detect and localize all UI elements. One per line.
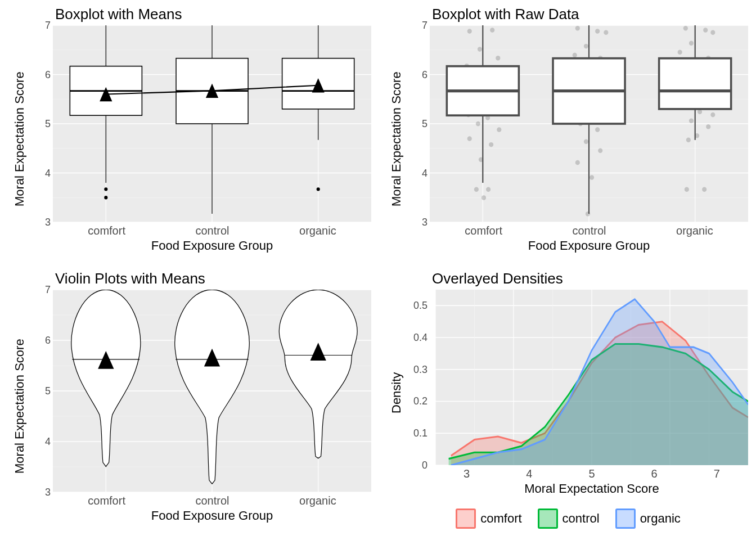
svg-point-39 (467, 29, 472, 33)
svg-point-82 (595, 127, 600, 132)
y-tick: 5 (422, 118, 428, 130)
svg-point-17 (104, 187, 107, 191)
y-tick: 3 (45, 217, 51, 228)
legend-key-icon (615, 508, 636, 529)
legend-key-icon (538, 508, 558, 529)
x-tick: comfort (88, 224, 125, 237)
x-tick: 7 (714, 467, 720, 480)
svg-point-83 (584, 140, 588, 144)
y-axis-label: Moral Expectation Score (11, 25, 30, 253)
y-tick: 7 (45, 284, 51, 296)
svg-point-26 (317, 187, 320, 191)
legend-label: control (562, 511, 600, 526)
svg-point-84 (598, 148, 602, 152)
svg-point-61 (474, 187, 479, 191)
y-tick: 0.4 (413, 332, 428, 344)
svg-point-88 (683, 26, 688, 30)
svg-point-41 (478, 47, 482, 51)
legend-key-icon (456, 508, 476, 529)
y-axis-label: Moral Expectation Score (388, 25, 407, 253)
box-comfort (447, 25, 519, 183)
x-ticks: 3 4 5 6 7 (435, 465, 748, 480)
svg-point-109 (685, 187, 689, 191)
violin-organic (279, 290, 357, 458)
x-tick: control (196, 494, 230, 507)
svg-point-42 (496, 56, 500, 60)
svg-point-90 (710, 30, 715, 34)
legend-label: organic (640, 511, 681, 526)
y-ticks: 3 4 5 6 7 (410, 25, 428, 222)
panel-title: Overlayed Densities (388, 270, 748, 290)
y-tick: 0.1 (413, 428, 428, 439)
x-tick: comfort (88, 494, 125, 507)
panel-title: Violin Plots with Means (11, 270, 371, 290)
y-tick: 0.2 (413, 395, 428, 407)
svg-point-62 (486, 187, 490, 191)
x-tick: organic (299, 224, 336, 237)
svg-point-103 (698, 110, 702, 114)
y-tick: 0.5 (413, 300, 428, 312)
svg-point-40 (490, 28, 494, 32)
y-ticks: 0 0.1 0.2 0.3 0.4 0.5 (410, 290, 428, 465)
svg-point-58 (467, 136, 472, 141)
svg-point-59 (489, 142, 493, 147)
y-tick: 6 (422, 69, 428, 80)
svg-point-66 (604, 30, 608, 34)
x-axis-label: Food Exposure Group (53, 507, 371, 523)
svg-point-68 (573, 53, 577, 57)
svg-point-104 (710, 112, 715, 117)
svg-point-105 (689, 118, 694, 123)
y-tick: 6 (45, 335, 51, 346)
svg-point-56 (476, 122, 480, 126)
y-tick: 4 (422, 167, 428, 179)
plot-area-bl: 3 4 5 6 7 (53, 290, 371, 492)
x-tick: organic (299, 494, 336, 507)
y-axis-label: Density (388, 290, 407, 496)
x-axis-label: Food Exposure Group (53, 237, 371, 253)
x-tick: control (196, 224, 230, 237)
violin-comfort (71, 290, 141, 466)
panel-title: Boxplot with Means (11, 6, 371, 25)
box-control (553, 25, 625, 214)
x-tick: control (573, 224, 606, 237)
svg-point-91 (689, 41, 694, 46)
legend-item-organic: organic (615, 508, 681, 529)
y-tick: 0 (422, 460, 428, 471)
svg-point-110 (702, 187, 706, 191)
panel-violin-means: Violin Plots with Means Moral Expectatio… (11, 270, 371, 523)
x-ticks: comfort control organic (53, 222, 371, 237)
y-tick: 6 (45, 69, 51, 80)
x-tick: 4 (526, 467, 532, 480)
svg-point-67 (584, 44, 588, 48)
svg-point-86 (590, 175, 594, 179)
x-tick: 5 (588, 467, 595, 480)
box-organic (659, 25, 731, 140)
x-ticks: comfort control organic (53, 492, 371, 507)
svg-point-64 (575, 26, 580, 30)
svg-point-106 (706, 124, 710, 129)
x-tick: organic (676, 224, 713, 237)
svg-point-92 (678, 50, 682, 54)
panel-boxplot-rawdata: Boxplot with Raw Data Moral Expectation … (388, 6, 748, 253)
y-axis-label: Moral Expectation Score (11, 290, 30, 523)
y-ticks: 3 4 5 6 7 (33, 290, 51, 492)
svg-point-63 (482, 195, 486, 200)
legend-item-comfort: comfort (456, 508, 521, 529)
panel-densities: Overlayed Densities Density 0 0.1 0.2 0.… (388, 270, 748, 529)
y-tick: 5 (45, 118, 51, 130)
y-tick: 5 (45, 385, 51, 397)
legend: comfort control organic (388, 496, 748, 529)
svg-point-89 (703, 28, 708, 32)
svg-point-65 (595, 29, 600, 33)
y-tick: 4 (45, 167, 51, 179)
plot-area-br: 0 0.1 0.2 0.3 0.4 0.5 (435, 290, 748, 465)
legend-item-control: control (538, 508, 600, 529)
legend-label: comfort (480, 511, 521, 526)
y-ticks: 3 4 5 6 7 (33, 25, 51, 222)
y-tick: 0.3 (413, 363, 428, 375)
y-tick: 7 (422, 20, 428, 32)
x-axis-label: Moral Expectation Score (435, 480, 748, 496)
x-ticks: comfort control organic (430, 222, 748, 237)
x-axis-label: Food Exposure Group (430, 237, 748, 253)
y-tick: 3 (422, 217, 428, 228)
